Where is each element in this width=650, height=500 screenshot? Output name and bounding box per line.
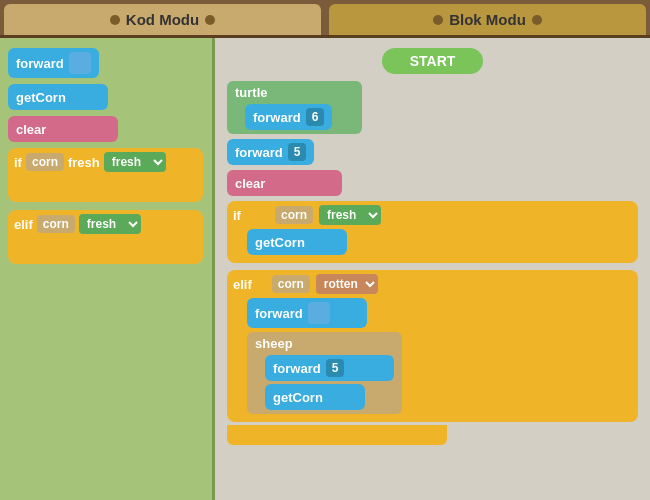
forward1-val: 6 — [306, 108, 325, 126]
forward4-block[interactable]: forward 5 — [265, 355, 394, 381]
elif-label: elif — [14, 217, 33, 232]
forward3-block[interactable]: forward — [247, 298, 367, 328]
top-bar: Kod Modu Blok Modu — [0, 0, 650, 38]
corn2-right-label: corn — [272, 275, 310, 293]
clear-right-block[interactable]: clear — [227, 170, 342, 196]
clear-label: clear — [16, 122, 46, 137]
getCorn-right-block[interactable]: getCorn — [247, 229, 347, 255]
tab-dot-left2 — [205, 15, 215, 25]
forward-label: forward — [16, 56, 64, 71]
main-content: forward getCorn clear if corn fresh fres… — [0, 38, 650, 500]
if-header: if corn fresh fresh rotten — [14, 152, 197, 172]
tab-dot-right2 — [532, 15, 542, 25]
sheep-header: sheep — [255, 336, 394, 351]
if-right-header: if corn fresh rotten — [233, 205, 632, 225]
rotten-dropdown-right[interactable]: rotten fresh — [316, 274, 378, 294]
forward4-val: 5 — [326, 359, 345, 377]
turtle-header: turtle — [235, 85, 354, 100]
forward3-label: forward — [255, 306, 303, 321]
if-right-indent: getCorn — [247, 229, 632, 255]
fresh-dropdown-if[interactable]: fresh rotten — [104, 152, 166, 172]
if-indent — [26, 176, 197, 194]
fresh-dropdown-elif[interactable]: fresh rotten — [79, 214, 141, 234]
clear-right-row: clear — [227, 170, 638, 196]
turtle-indent: forward 6 — [245, 104, 354, 130]
tab-kod-modu[interactable]: Kod Modu — [4, 4, 321, 35]
if-right-container: if corn fresh rotten getCorn — [227, 201, 638, 263]
forward2-block[interactable]: forward 5 — [227, 139, 314, 165]
forward1-block[interactable]: forward 6 — [245, 104, 332, 130]
left-panel: forward getCorn clear if corn fresh fres… — [0, 38, 215, 500]
tab-blok-modu[interactable]: Blok Modu — [329, 4, 646, 35]
tab-kod-modu-label: Kod Modu — [126, 11, 199, 28]
clear-block[interactable]: clear — [8, 116, 118, 142]
if-label: if — [14, 155, 22, 170]
right-panel: START turtle forward 6 forward 5 — [215, 38, 650, 500]
clear-right-label: clear — [235, 176, 265, 191]
turtle-label: turtle — [235, 85, 268, 100]
forward2-label: forward — [235, 145, 283, 160]
elif-header: elif corn fresh rotten — [14, 214, 197, 234]
forward2-val: 5 — [288, 143, 307, 161]
elif-right-indent: forward sheep forward 5 getCorn — [247, 298, 632, 414]
forward4-label: forward — [273, 361, 321, 376]
getCorn2-label: getCorn — [273, 390, 323, 405]
forward3-square — [308, 302, 330, 324]
if-container: if corn fresh fresh rotten — [8, 148, 203, 202]
start-block: START — [382, 48, 484, 74]
elif-right-container: elif corn rotten fresh forward sheep — [227, 270, 638, 422]
sheep-block: sheep forward 5 getCorn — [247, 332, 402, 414]
getCorn-block-row: getCorn — [8, 84, 204, 110]
tab-dot-left — [110, 15, 120, 25]
corn-label-elif: corn — [37, 215, 75, 233]
elif-indent — [26, 238, 197, 256]
getCorn-block[interactable]: getCorn — [8, 84, 108, 110]
fresh-dropdown-right[interactable]: fresh rotten — [319, 205, 381, 225]
forward-square — [69, 52, 91, 74]
getCorn-right-label: getCorn — [255, 235, 305, 250]
sheep-label: sheep — [255, 336, 293, 351]
clear-block-row: clear — [8, 116, 204, 142]
start-label: START — [410, 53, 456, 69]
sheep-indent: forward 5 getCorn — [265, 355, 394, 410]
fresh-label-if: fresh — [68, 155, 100, 170]
turtle-block: turtle forward 6 — [227, 81, 362, 134]
corn-label-if: corn — [26, 153, 64, 171]
forward-block[interactable]: forward — [8, 48, 99, 78]
getCorn2-block[interactable]: getCorn — [265, 384, 365, 410]
start-row: START — [227, 48, 638, 74]
getCorn-label: getCorn — [16, 90, 66, 105]
forward2-row: forward 5 — [227, 139, 638, 165]
forward-block-row: forward — [8, 48, 204, 78]
tab-blok-modu-label: Blok Modu — [449, 11, 526, 28]
forward1-label: forward — [253, 110, 301, 125]
bottom-yellow-bar — [227, 425, 447, 445]
elif-container: elif corn fresh rotten — [8, 210, 203, 264]
corn-right-label: corn — [275, 206, 313, 224]
tab-dot-right — [433, 15, 443, 25]
elif-right-label: elif — [233, 277, 252, 292]
if-right-label: if — [233, 208, 241, 223]
elif-right-header: elif corn rotten fresh — [233, 274, 632, 294]
